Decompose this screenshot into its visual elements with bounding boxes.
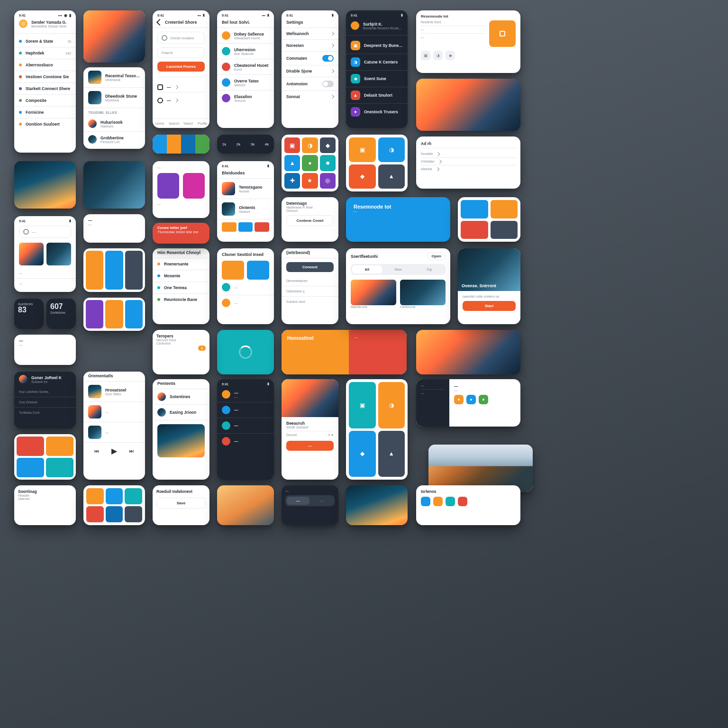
- product-card[interactable]: Beeauruh Serelt Jontsent Docont4 ★ —: [282, 379, 338, 480]
- tile[interactable]: ▲: [378, 164, 405, 189]
- list-item[interactable]: Oonition Suuloert: [14, 118, 76, 130]
- tile-duo-card[interactable]: — —: [153, 161, 209, 218]
- list-item[interactable]: One Tennea: [153, 282, 209, 294]
- image-card[interactable]: [217, 485, 274, 525]
- tile[interactable]: [17, 437, 44, 456]
- chip[interactable]: [222, 222, 237, 232]
- list-item[interactable]: GrobbertinePerssont Lex: [83, 132, 145, 147]
- tag-chip[interactable]: [446, 497, 455, 506]
- color-tile[interactable]: ✚: [284, 173, 300, 189]
- list-item[interactable]: Fornicine: [14, 107, 76, 118]
- open-button[interactable]: Open: [428, 252, 446, 260]
- actions-card[interactable]: (iettrbeond) Connect Derrenteatoen Oelen…: [282, 248, 338, 324]
- color-swatch[interactable]: [195, 135, 209, 154]
- list-item[interactable]: ElasailonTerrond: [217, 91, 274, 106]
- bottom-card-a[interactable]: Soortinag Hiraster Uilerred: [14, 485, 76, 525]
- tile[interactable]: [106, 488, 123, 504]
- tile[interactable]: [461, 200, 488, 218]
- phone-feed[interactable]: 9:41▮ Bleiduodes TemstsganoNosoie Ointen…: [217, 161, 274, 242]
- list-item[interactable]: Dobey SellenceIntiwarsant Horne: [217, 28, 274, 44]
- list-item[interactable]: Aberrousbaco: [14, 59, 76, 71]
- tile[interactable]: [247, 261, 269, 280]
- list-item[interactable]: ●Onestock Trusers: [346, 104, 408, 120]
- chip[interactable]: ◆: [446, 51, 455, 60]
- list-item[interactable]: —: [83, 402, 145, 422]
- list-item[interactable]: Solrane dunt: [282, 297, 338, 307]
- stacked-info[interactable]: Detennags Nasterane R Noel Ginoom Conten…: [282, 197, 338, 242]
- stat-card-a[interactable]: Auetleretx 83: [14, 299, 44, 329]
- next-icon[interactable]: ⏭: [129, 448, 134, 454]
- list-item[interactable]: Wefisanoch: [282, 28, 338, 40]
- list-item[interactable]: Sonnat: [282, 91, 338, 102]
- browse-phone[interactable]: 9:41▮ — — —: [14, 216, 76, 292]
- list-item[interactable]: Ksy Lototnes Sones: [14, 387, 76, 397]
- list-item[interactable]: Nostelle: [421, 150, 516, 158]
- color-tile[interactable]: ●: [302, 155, 318, 171]
- tile[interactable]: [125, 488, 142, 504]
- list-item[interactable]: —: [14, 268, 76, 279]
- bottom-wide[interactable]: Isrlenos: [416, 485, 520, 525]
- image-card[interactable]: [14, 161, 76, 209]
- color-tile[interactable]: ◎: [320, 173, 336, 189]
- people-card[interactable]: Pentents Sotentines Easing Jrioon: [153, 379, 209, 480]
- phone-chat[interactable]: 9:41•••▮ Bel lout Solvi. Dobey SellenceI…: [217, 10, 274, 128]
- list-item[interactable]: Tuntisea Cont: [14, 408, 76, 418]
- text-input[interactable]: Onnet moland: [157, 32, 205, 44]
- mini-info-card[interactable]: ——: [14, 335, 76, 365]
- avatar[interactable]: [351, 21, 359, 30]
- tile[interactable]: [46, 437, 73, 456]
- tile[interactable]: [86, 488, 104, 504]
- seg-tab[interactable]: Top: [414, 265, 444, 273]
- list-item[interactable]: Noresten: [282, 40, 338, 52]
- list-item[interactable]: Dirable Sjune: [282, 65, 338, 77]
- play-icon[interactable]: ▶: [111, 446, 117, 455]
- list-item[interactable]: —: [217, 402, 274, 418]
- chip[interactable]: ◑: [433, 51, 443, 60]
- chip[interactable]: ▣: [421, 51, 430, 60]
- list-item[interactable]: OintentsSealore: [217, 199, 274, 219]
- file-card[interactable]: Teropers Necrobr Heol Centorion 1: [153, 330, 209, 374]
- image-card[interactable]: [346, 485, 408, 525]
- thumb-image[interactable]: [46, 243, 71, 265]
- tile[interactable]: [86, 506, 104, 522]
- chip[interactable]: [255, 222, 269, 232]
- hero-image-wide[interactable]: [416, 79, 520, 131]
- avatar[interactable]: [19, 375, 27, 383]
- list-item[interactable]: —: [217, 434, 274, 449]
- tile[interactable]: [86, 300, 103, 328]
- list-item[interactable]: Oeleneete q: [282, 286, 338, 297]
- color-tile[interactable]: [105, 251, 123, 290]
- back-icon[interactable]: [156, 19, 163, 26]
- phone-inbox-dark[interactable]: 9:41▮ Surbjrit K.Bentertia Resend Woster…: [346, 10, 408, 128]
- seg-tab[interactable]: All: [352, 265, 382, 273]
- buy-button[interactable]: —: [286, 441, 334, 451]
- tab-home[interactable]: Home: [153, 119, 167, 128]
- list-item[interactable]: Reuntoncte Bane: [153, 294, 209, 305]
- phone-form[interactable]: 9:41•••▮ Cretertiel Shore Onnet moland F…: [153, 10, 209, 128]
- list-item[interactable]: —: [217, 280, 274, 295]
- color-swatch[interactable]: [181, 135, 195, 154]
- list-item[interactable]: Antomston: [282, 77, 338, 91]
- list-item[interactable]: Recentral TessonoDinemoral: [83, 67, 145, 88]
- tile[interactable]: [125, 506, 142, 522]
- list-item[interactable]: —: [217, 418, 274, 434]
- color-tile[interactable]: ■: [320, 155, 336, 171]
- stat-card-b[interactable]: 607 Sortetione: [46, 299, 76, 329]
- list-item[interactable]: Hephrdek343: [14, 47, 76, 59]
- color-tile[interactable]: ▣: [284, 137, 300, 153]
- tile[interactable]: ◆: [349, 164, 376, 189]
- bottom-card-b[interactable]: [83, 485, 145, 525]
- tag-chip[interactable]: [458, 497, 467, 506]
- dark-list-card[interactable]: 9:41▮ —— — — —: [217, 379, 274, 480]
- tile[interactable]: [461, 221, 488, 239]
- detail-card[interactable]: Cbuner Seuttiol Insed — —: [217, 248, 274, 324]
- list-item[interactable]: UherresionAon Sivancei: [217, 44, 274, 59]
- tile[interactable]: [183, 173, 205, 199]
- text-input[interactable]: Fearnt: [157, 47, 205, 58]
- tile[interactable]: [157, 173, 179, 199]
- split-banner[interactable]: Honrostinel —: [282, 330, 407, 374]
- list-item[interactable]: —: [157, 82, 205, 92]
- avatar[interactable]: [19, 19, 27, 28]
- tile[interactable]: [491, 221, 518, 239]
- image-card[interactable]: [83, 161, 145, 209]
